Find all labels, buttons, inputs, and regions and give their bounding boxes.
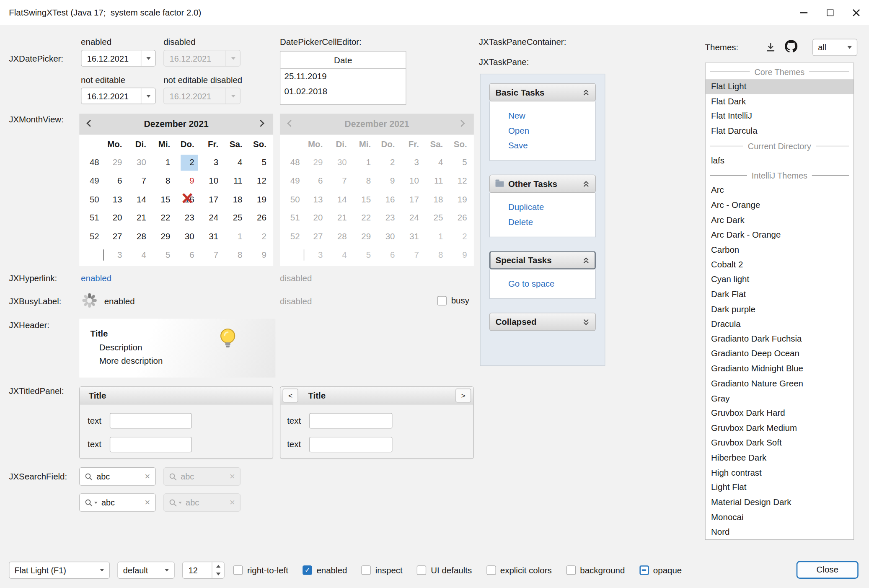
theme-item[interactable]: Arc - Orange (706, 198, 853, 212)
theme-item[interactable]: Monocai (706, 510, 853, 525)
github-icon[interactable] (784, 39, 798, 53)
text-input[interactable] (309, 437, 392, 452)
theme-item[interactable]: Flat Darcula (706, 124, 853, 138)
day-cell[interactable]: 30 (177, 227, 201, 246)
task-link[interactable]: Open (508, 123, 595, 138)
day-cell[interactable]: 5 (153, 246, 177, 264)
theme-item[interactable]: Arc Dark - Orange (706, 228, 853, 242)
checkbox-explicit-colors[interactable]: explicit colors (486, 565, 552, 575)
theme-item[interactable]: Gradianto Deep Ocean (706, 347, 853, 361)
taskpane-header[interactable]: Basic Tasks (489, 83, 596, 101)
day-cell[interactable]: 5 (249, 153, 273, 172)
next-button[interactable]: > (455, 389, 471, 402)
theme-item[interactable]: High contrast (706, 465, 853, 480)
theme-item[interactable]: Carbon (706, 243, 853, 257)
day-cell[interactable]: 31 (201, 227, 225, 246)
day-cell[interactable]: 27 (105, 227, 129, 246)
theme-item[interactable]: Gray (706, 391, 853, 406)
spinner-down-button[interactable] (212, 570, 224, 578)
theme-item[interactable]: Dark Flat (706, 287, 853, 302)
day-cell[interactable]: 16 (177, 190, 201, 209)
task-link[interactable]: Delete (508, 215, 595, 230)
day-cell[interactable]: 25 (225, 209, 249, 227)
theme-item[interactable]: Gruvbox Dark Medium (706, 421, 853, 435)
theme-item[interactable]: Flat Light (706, 79, 853, 94)
day-cell[interactable]: 15 (153, 190, 177, 209)
task-link[interactable]: Go to space (508, 276, 595, 291)
day-cell[interactable]: 30 (129, 153, 153, 172)
day-cell[interactable]: 2 (177, 153, 201, 172)
chevron-down-icon[interactable] (141, 88, 155, 104)
theme-item[interactable]: Material Design Dark (706, 495, 853, 510)
close-window-button[interactable] (843, 0, 869, 25)
taskpane-header[interactable]: Collapsed (489, 313, 596, 331)
checkbox-ui-defaults[interactable]: UI defaults (417, 565, 472, 575)
day-cell[interactable]: 4 (129, 246, 153, 264)
theme-item[interactable]: Gruvbox Dark Hard (706, 406, 853, 421)
themes-filter-combo[interactable]: all (812, 39, 857, 56)
theme-item[interactable]: Arc (706, 183, 853, 198)
checkbox-box[interactable] (566, 565, 575, 575)
day-cell[interactable]: 2 (249, 227, 273, 246)
checkbox-box[interactable] (417, 565, 426, 575)
taskpane-header[interactable]: Other Tasks (489, 175, 596, 193)
theme-item[interactable]: lafs (706, 153, 853, 168)
day-cell[interactable]: 8 (225, 246, 249, 264)
spinner-up-button[interactable] (212, 562, 224, 570)
checkbox-box[interactable] (437, 296, 447, 305)
theme-item[interactable]: Dracula (706, 317, 853, 332)
day-cell[interactable]: 19 (249, 190, 273, 209)
day-cell[interactable]: 24 (201, 209, 225, 227)
clear-icon[interactable]: × (145, 498, 150, 507)
chevron-down-icon[interactable] (141, 50, 155, 66)
day-cell[interactable]: 18 (225, 190, 249, 209)
checkbox-box[interactable] (233, 565, 243, 575)
theme-item[interactable]: Flat Dark (706, 94, 853, 109)
day-cell[interactable]: 29 (153, 227, 177, 246)
prev-button[interactable]: < (283, 389, 298, 402)
day-cell[interactable]: 7 (129, 172, 153, 190)
checkbox-inspect[interactable]: inspect (362, 565, 403, 575)
day-cell[interactable]: 17 (201, 190, 225, 209)
font-select-combo[interactable]: default (117, 562, 174, 579)
theme-item[interactable]: Gradianto Nature Green (706, 376, 853, 391)
day-cell[interactable]: 14 (129, 190, 153, 209)
monthview-enabled[interactable]: Dezember 2021Mo.Di.Mi.Do.Fr.Sa.So.482930… (79, 114, 273, 266)
font-size-spinner[interactable]: 12 (182, 562, 225, 579)
day-cell[interactable]: 1 (225, 227, 249, 246)
day-cell[interactable]: 4 (225, 153, 249, 172)
checkbox-right-to-left[interactable]: right-to-left (233, 565, 288, 575)
checkbox-box[interactable] (639, 565, 649, 575)
checkbox-busy[interactable]: busy (437, 295, 469, 306)
theme-item[interactable]: Flat IntelliJ (706, 109, 853, 124)
checkbox-box[interactable]: ✓ (303, 565, 312, 575)
day-cell[interactable]: 26 (249, 209, 273, 227)
theme-select-combo[interactable]: Flat Light (F1) (9, 562, 110, 579)
checkbox-background[interactable]: background (566, 565, 625, 575)
day-cell[interactable]: 21 (129, 209, 153, 227)
search-options-caret-icon[interactable] (94, 501, 98, 503)
close-button[interactable]: Close (797, 561, 859, 579)
next-month-button[interactable] (258, 121, 265, 127)
theme-item[interactable]: Arc Dark (706, 213, 853, 228)
datepicker-not-editable[interactable]: 16.12.2021 (81, 88, 156, 104)
datepicker-enabled[interactable]: 16.12.2021 (81, 50, 156, 67)
search-field-enabled[interactable]: abc × (79, 467, 156, 486)
day-cell[interactable]: 9 (249, 246, 273, 264)
day-cell[interactable]: 13 (105, 190, 129, 209)
day-cell[interactable]: 6 (177, 246, 201, 264)
datepicker-value[interactable]: 16.12.2021 (81, 54, 141, 63)
day-cell[interactable]: 23 (177, 209, 201, 227)
checkbox-box[interactable] (362, 565, 371, 575)
theme-item[interactable]: Light Flat (706, 480, 853, 495)
checkbox-box[interactable] (486, 565, 496, 575)
spinner-value[interactable]: 12 (183, 562, 212, 578)
datepicker-cell-editor-table[interactable]: Date 25.11.2019 01.02.2018 (280, 51, 406, 105)
text-input[interactable] (110, 413, 192, 428)
day-cell[interactable]: 28 (129, 227, 153, 246)
task-link[interactable]: Duplicate (508, 199, 595, 215)
search-input[interactable]: abc (101, 498, 141, 507)
day-cell[interactable]: 20 (105, 209, 129, 227)
theme-item[interactable]: Nord (706, 525, 853, 539)
prev-month-button[interactable] (88, 121, 94, 127)
